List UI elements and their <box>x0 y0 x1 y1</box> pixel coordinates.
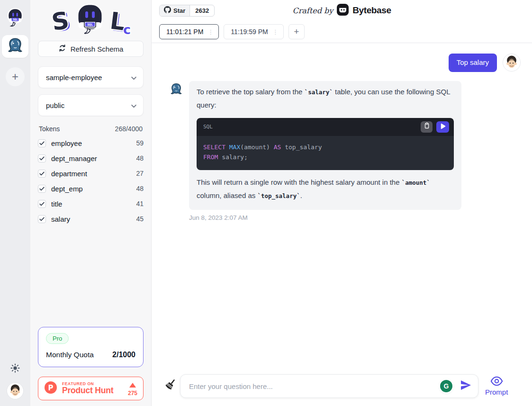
github-star-count: 2632 <box>190 5 214 16</box>
github-icon <box>164 6 171 15</box>
sqlchat-logo: S S SQL L L c <box>38 4 144 36</box>
product-hunt-votes: 275 <box>128 390 137 397</box>
send-button[interactable] <box>458 379 473 394</box>
broom-icon <box>164 378 176 394</box>
table-token-count: 41 <box>136 200 144 208</box>
user-avatar <box>503 54 521 72</box>
github-star-label: Star <box>173 7 185 14</box>
tokens-usage: 268/4000 <box>115 125 143 133</box>
table-name: dept_emp <box>51 185 83 193</box>
assistant-message-row: To retrieve the top salary from the `sal… <box>163 81 521 210</box>
github-star-button[interactable]: Star 2632 <box>159 5 215 17</box>
assistant-outro-text: This will return a single row with the h… <box>197 176 454 202</box>
chevron-down-icon <box>131 73 136 81</box>
table-token-list: employee 59 dept_manager 48 department 2… <box>38 135 144 226</box>
sql-code-block: SQL <box>197 118 454 170</box>
table-name: employee <box>51 139 82 147</box>
table-token-count: 59 <box>136 139 144 147</box>
conversation-tab-active[interactable]: 11:01:21 PM ⋮ <box>159 24 219 39</box>
postgresql-icon <box>7 37 24 56</box>
refresh-schema-label: Refresh Schema <box>71 45 124 53</box>
conversation-tab-label: 11:19:59 PM <box>231 28 268 36</box>
table-name: department <box>51 170 87 178</box>
main-panel: Star 2632 Crafted by Bytebase 11:01:21 P… <box>152 0 532 406</box>
assistant-message-bubble: To retrieve the top salary from the `sal… <box>189 81 461 210</box>
tab-more-icon[interactable]: ⋮ <box>271 28 280 36</box>
user-message-row: Top salary <box>163 54 521 72</box>
sqlchat-bot-icon: SQL <box>6 7 25 29</box>
table-row: department 27 <box>38 166 144 181</box>
sqlchat-bot-button[interactable]: SQL <box>6 8 25 28</box>
connection-postgres-active[interactable] <box>2 35 28 58</box>
quota-card: Pro Monthly Quota 2/1000 <box>38 327 144 367</box>
connection-select-value: sample-employee <box>46 73 102 81</box>
add-connection-button[interactable]: + <box>6 67 25 86</box>
connection-select[interactable]: sample-employee <box>38 66 144 88</box>
chat-empty-space <box>163 221 521 374</box>
table-token-count: 27 <box>136 170 144 177</box>
chat-area[interactable]: Top salary <box>152 43 532 374</box>
refresh-icon <box>58 44 66 54</box>
tab-more-icon[interactable]: ⋮ <box>207 28 215 36</box>
clear-conversation-button[interactable] <box>163 378 177 395</box>
svg-text:SQL: SQL <box>13 18 18 21</box>
conversation-tab[interactable]: 11:19:59 PM ⋮ <box>224 24 283 39</box>
product-hunt-name: Product Hunt <box>62 386 113 395</box>
tokens-header: Tokens 268/4000 <box>39 125 143 133</box>
sidebar: S S SQL L L c R <box>30 0 152 406</box>
play-icon <box>440 120 446 134</box>
chevron-down-icon <box>131 101 136 109</box>
product-hunt-badge[interactable]: P FEATURED ON Product Hunt 275 <box>38 377 144 400</box>
svg-text:P: P <box>48 384 54 392</box>
run-query-button[interactable] <box>436 121 449 133</box>
question-input-wrap: G <box>180 374 478 398</box>
sun-icon <box>10 363 20 375</box>
connection-rail: SQL + <box>0 0 30 406</box>
prompt-label: Prompt <box>485 388 508 396</box>
table-token-count: 45 <box>136 215 144 223</box>
table-name: salary <box>51 215 70 223</box>
table-row: dept_manager 48 <box>38 151 144 166</box>
refresh-schema-button[interactable]: Refresh Schema <box>38 41 144 57</box>
top-bar: Star 2632 Crafted by Bytebase <box>152 0 532 21</box>
crafted-by-label: Crafted by <box>292 6 333 15</box>
new-conversation-button[interactable]: + <box>289 24 305 39</box>
table-row: dept_emp 48 <box>38 181 144 196</box>
send-arrow-icon <box>460 379 472 393</box>
message-timestamp: Jun 8, 2023 2:07 AM <box>189 214 521 221</box>
table-checkbox[interactable] <box>38 170 46 178</box>
eye-icon <box>490 376 503 388</box>
user-avatar-rail[interactable] <box>7 382 24 399</box>
code-language-label: SQL <box>203 122 213 132</box>
product-hunt-logo-icon: P <box>44 381 57 396</box>
assistant-intro-text: To retrieve the top salary from the `sal… <box>197 85 454 112</box>
tokens-label: Tokens <box>39 125 60 133</box>
grammarly-icon[interactable]: G <box>440 380 452 392</box>
theme-toggle-button[interactable] <box>8 361 23 377</box>
schema-select-value: public <box>46 101 64 109</box>
table-checkbox[interactable] <box>38 200 46 208</box>
conversation-tabs: 11:01:21 PM ⋮ 11:19:59 PM ⋮ + <box>152 21 532 43</box>
copy-code-button[interactable] <box>421 121 433 133</box>
pro-badge: Pro <box>46 333 69 344</box>
table-checkbox[interactable] <box>38 185 46 193</box>
prompt-button[interactable]: Prompt <box>485 376 508 396</box>
table-checkbox[interactable] <box>38 139 46 147</box>
upvote-triangle-icon <box>129 381 136 389</box>
composer: G Prompt <box>152 374 532 406</box>
sql-code[interactable]: SELECT MAX(amount) AS top_salaryFROM sal… <box>197 136 454 170</box>
table-token-count: 48 <box>136 154 144 162</box>
question-input[interactable] <box>188 382 440 391</box>
svg-text:c: c <box>123 22 131 36</box>
assistant-avatar-postgresql-icon <box>170 82 183 98</box>
schema-select[interactable]: public <box>38 94 144 116</box>
clipboard-icon <box>424 120 430 134</box>
table-checkbox[interactable] <box>38 154 46 162</box>
table-row: salary 45 <box>38 211 144 226</box>
table-token-count: 48 <box>136 185 144 192</box>
svg-text:SQL: SQL <box>87 23 93 27</box>
table-checkbox[interactable] <box>38 215 46 223</box>
quota-label: Monthly Quota <box>46 351 94 359</box>
table-row: employee 59 <box>38 135 144 151</box>
table-row: title 41 <box>38 196 144 211</box>
